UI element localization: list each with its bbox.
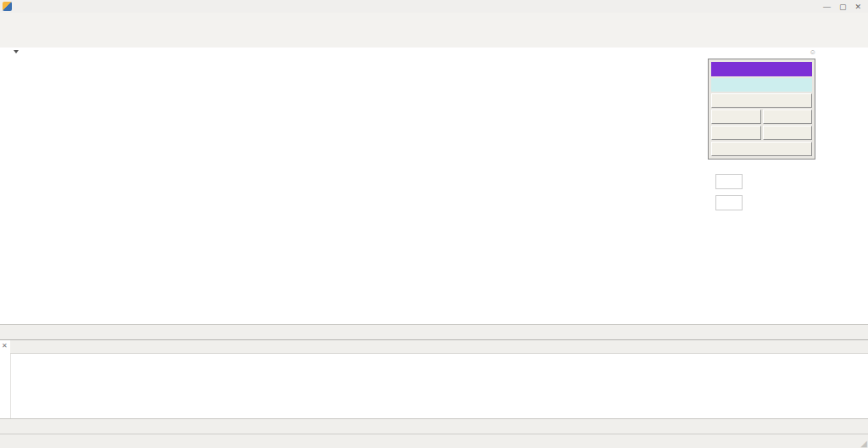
close-current-button[interactable]	[711, 109, 761, 124]
terminal-window: ✕	[0, 339, 868, 419]
toolbar-main	[0, 13, 868, 32]
panel-title	[711, 62, 812, 76]
terminal-close-icon[interactable]: ✕	[2, 342, 8, 350]
pips-clear-button[interactable]	[711, 126, 761, 140]
procontroller-version-tag: ☺	[757, 48, 816, 56]
chart-tab-bar	[0, 324, 868, 340]
terminal-table-header	[10, 340, 868, 354]
toolbar-drawing	[0, 31, 868, 48]
one-click-trading-icon	[14, 50, 19, 53]
pro-controller-panel	[708, 59, 815, 160]
close-panel-button[interactable]	[711, 142, 812, 156]
menu-bar: — ▢ ✕	[0, 0, 868, 14]
minimize-button[interactable]: —	[823, 3, 831, 11]
auto-close-button[interactable]	[763, 109, 813, 124]
screenshot-button[interactable]	[763, 126, 813, 140]
pips-tag-2	[715, 195, 743, 210]
panel-total-pips	[711, 78, 812, 92]
chart-symbol-label[interactable]	[14, 50, 21, 53]
smiley-icon: ☺	[810, 48, 816, 56]
close-button[interactable]: ✕	[854, 3, 861, 11]
resize-grip[interactable]: ◢	[860, 439, 867, 448]
app-logo-icon	[3, 2, 12, 11]
status-bar: ◢	[0, 434, 868, 448]
chart-window: ☺	[0, 48, 868, 324]
restore-button[interactable]: ▢	[839, 3, 847, 11]
pips-tag-1	[715, 174, 743, 189]
terminal-tab-bar	[0, 418, 868, 434]
close-all-pairs-button[interactable]	[711, 93, 812, 108]
